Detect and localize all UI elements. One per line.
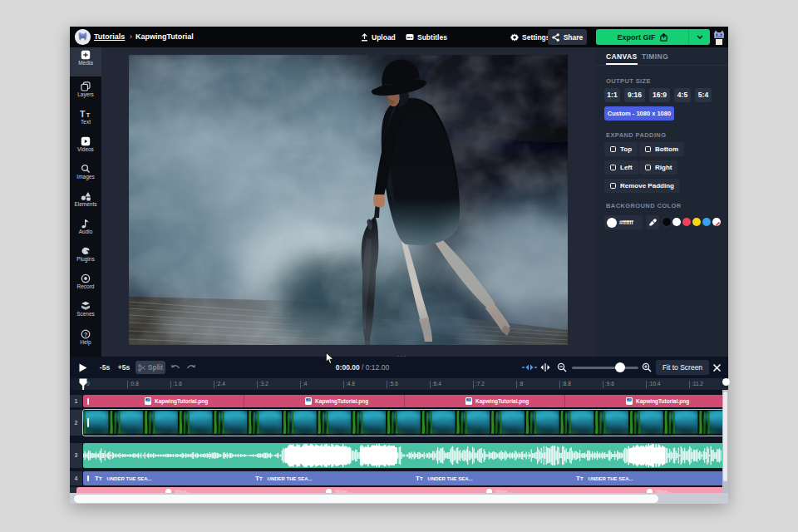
svg-text:T: T [86, 111, 91, 119]
svg-text:T: T [80, 109, 86, 119]
svg-text:?: ? [84, 332, 87, 337]
